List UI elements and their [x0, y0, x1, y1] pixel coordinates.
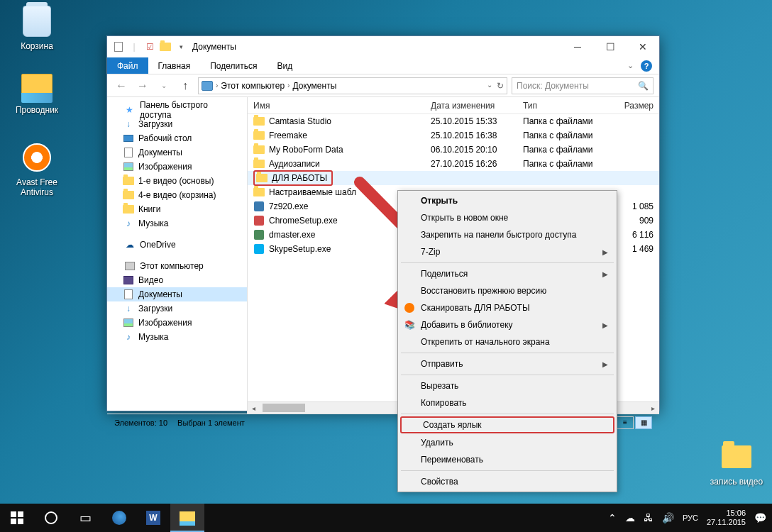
up-button[interactable]: ↑: [177, 77, 194, 94]
search-input[interactable]: Поиск: Документы 🔍: [512, 77, 654, 94]
recent-button[interactable]: ⌄: [155, 77, 172, 94]
clock[interactable]: 15:06 27.11.2015: [707, 509, 746, 527]
close-button[interactable]: ✕: [627, 36, 659, 57]
cortana-button[interactable]: [34, 504, 68, 532]
context-item[interactable]: Открыть: [399, 192, 615, 209]
context-separator: [401, 414, 614, 414]
breadcrumb-box[interactable]: › Этот компьютер › Документы ⌄ ↻: [198, 77, 507, 94]
context-item[interactable]: Открепить от начального экрана: [399, 333, 615, 350]
folder-icon: [253, 158, 265, 170]
scroll-left-icon[interactable]: ◂: [248, 404, 260, 412]
nav-books[interactable]: Книги: [107, 202, 247, 216]
document-icon: [123, 147, 134, 158]
view-icons-button[interactable]: ▦: [635, 416, 652, 429]
folder-icon: [253, 130, 265, 141]
context-item[interactable]: Восстановить прежнюю версию: [399, 282, 615, 299]
music-icon: ♪: [123, 218, 134, 229]
context-item[interactable]: Закрепить на панели быстрого доступа: [399, 226, 615, 243]
col-name[interactable]: Имя: [248, 101, 425, 111]
folder-icon: [123, 175, 134, 187]
language-indicator[interactable]: РУС: [683, 514, 698, 522]
context-item[interactable]: Свойства: [399, 473, 615, 490]
tab-main[interactable]: Главная: [148, 57, 201, 74]
file-row[interactable]: ДЛЯ РАБОТЫ: [248, 171, 659, 185]
nav-pictures-q[interactable]: Изображения: [107, 160, 247, 174]
folder-icon: [253, 116, 265, 127]
scroll-thumb[interactable]: [263, 404, 305, 412]
properties-qat-icon[interactable]: ☑: [144, 41, 155, 52]
context-item[interactable]: 📚Добавить в библиотеку▶: [399, 316, 615, 333]
maximize-button[interactable]: ☐: [594, 36, 627, 57]
bin-icon: [23, 6, 51, 37]
scroll-right-icon[interactable]: ▸: [647, 404, 659, 412]
help-icon[interactable]: ?: [641, 60, 652, 72]
breadcrumb-pc[interactable]: Этот компьютер: [221, 81, 285, 91]
chevron-right-icon: ›: [287, 82, 290, 89]
edge-button[interactable]: [102, 504, 136, 532]
file-row[interactable]: Аудиозаписи27.10.2015 16:26Папка с файла…: [248, 157, 659, 171]
ribbon-expand-icon[interactable]: ⌄: [627, 61, 634, 70]
context-item[interactable]: Удалить: [399, 434, 615, 451]
nav-downloads-pc[interactable]: ↓Загрузки: [107, 301, 247, 316]
titlebar: | ☑ ▾ Документы ─ ☐ ✕: [107, 36, 659, 57]
network-tray-icon[interactable]: 🖧: [644, 512, 654, 523]
context-item[interactable]: Создать ярлык: [400, 416, 614, 433]
nav-video1[interactable]: 1-е видео (основы): [107, 174, 247, 188]
context-item[interactable]: Поделиться▶: [399, 265, 615, 282]
minimize-button[interactable]: ─: [561, 36, 594, 57]
desktop-explorer[interactable]: Проводник: [10, 68, 64, 115]
breadcrumb-documents[interactable]: Документы: [292, 81, 336, 91]
refresh-icon[interactable]: ↻: [497, 81, 504, 91]
task-view-button[interactable]: ▭: [68, 504, 102, 532]
context-item[interactable]: 7-Zip▶: [399, 243, 615, 260]
nav-music-q[interactable]: ♪Музыка: [107, 216, 247, 231]
explorer-taskbar-button[interactable]: [170, 504, 204, 532]
view-details-button[interactable]: ≡: [617, 416, 634, 429]
col-size[interactable]: Размер: [617, 101, 659, 111]
volume-tray-icon[interactable]: 🔊: [662, 512, 674, 523]
onedrive-tray-icon[interactable]: ☁: [625, 512, 635, 523]
notifications-icon[interactable]: 💬: [754, 512, 766, 523]
tab-share[interactable]: Поделиться: [200, 57, 267, 74]
start-button[interactable]: [0, 504, 34, 532]
nav-documents-q[interactable]: Документы: [107, 145, 247, 160]
folder-qat-icon[interactable]: [160, 41, 171, 52]
nav-music[interactable]: ♪Музыка: [107, 330, 247, 344]
nav-pictures[interactable]: Изображения: [107, 316, 247, 330]
col-type[interactable]: Тип: [517, 101, 617, 111]
tab-file[interactable]: Файл: [107, 57, 148, 74]
nav-pane: ★ Панель быстрого доступа ↓Загрузки Рабо…: [107, 97, 248, 414]
nav-documents[interactable]: Документы: [107, 287, 247, 301]
desktop-folder-record[interactable]: запись видео: [710, 440, 763, 487]
file-row[interactable]: Freemake25.10.2015 16:38Папка с файлами: [248, 128, 659, 143]
desktop-recycle-bin[interactable]: Корзина: [10, 4, 64, 51]
nav-onedrive[interactable]: ☁OneDrive: [107, 238, 247, 252]
col-date[interactable]: Дата изменения: [425, 101, 517, 111]
file-icon: [113, 41, 124, 52]
tray-chevron-icon[interactable]: ⌃: [608, 512, 617, 523]
submenu-arrow-icon: ▶: [602, 248, 608, 256]
qat-dropdown-icon[interactable]: ▾: [175, 41, 187, 52]
desktop-avast[interactable]: Avast Free Antivirus: [10, 140, 64, 197]
tab-view[interactable]: Вид: [267, 57, 302, 74]
nav-video[interactable]: Видео: [107, 273, 247, 287]
nav-this-pc[interactable]: Этот компьютер: [107, 259, 247, 273]
nav-desktop[interactable]: Рабочий стол: [107, 131, 247, 145]
nav-video4[interactable]: 4-е видео (корзина): [107, 188, 247, 202]
nav-quick-access[interactable]: ★ Панель быстрого доступа: [107, 103, 247, 117]
context-separator: [401, 353, 614, 353]
context-item[interactable]: Переименовать: [399, 451, 615, 468]
picture-icon: [123, 161, 134, 172]
context-item[interactable]: Сканировать ДЛЯ РАБОТЫ: [399, 299, 615, 316]
context-item[interactable]: Копировать: [399, 394, 615, 411]
context-item[interactable]: Отправить▶: [399, 355, 615, 372]
picture-icon: [123, 317, 134, 328]
context-item[interactable]: Открыть в новом окне: [399, 209, 615, 226]
file-row[interactable]: Camtasia Studio25.10.2015 15:33Папка с ф…: [248, 114, 659, 128]
word-button[interactable]: W: [136, 504, 170, 532]
file-row[interactable]: My RoboForm Data06.10.2015 20:10Папка с …: [248, 143, 659, 157]
back-button[interactable]: ←: [113, 77, 130, 94]
context-item[interactable]: Вырезать: [399, 377, 615, 394]
context-separator: [401, 375, 614, 375]
history-dropdown-icon[interactable]: ⌄: [487, 81, 492, 91]
